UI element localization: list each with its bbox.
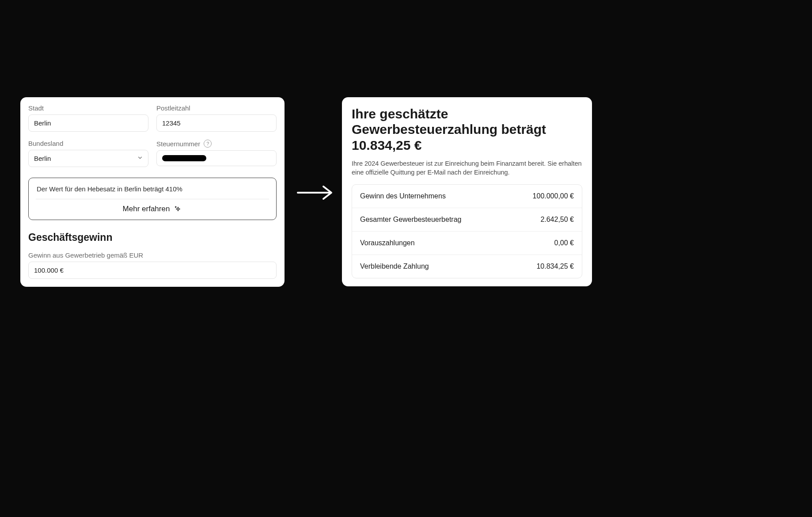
city-input[interactable] <box>28 114 148 132</box>
result-description: Ihre 2024 Gewerbesteuer ist zur Einreich… <box>352 159 582 177</box>
summary-value: 2.642,50 € <box>540 216 574 224</box>
postal-input[interactable] <box>156 114 277 132</box>
profit-input[interactable] <box>28 262 277 279</box>
result-title: Ihre geschätzte Gewerbesteuerzahlung bet… <box>352 106 582 153</box>
tax-result-card: Ihre geschätzte Gewerbesteuerzahlung bet… <box>342 97 592 286</box>
hebesatz-info-text: Der Wert für den Hebesatz in Berlin betr… <box>37 185 268 199</box>
taxnum-field: Steuernummer ? <box>156 140 277 167</box>
taxnum-input[interactable] <box>156 150 277 166</box>
summary-value: 10.834,25 € <box>536 262 574 270</box>
city-field: Stadt <box>28 104 148 132</box>
tax-form-card: Stadt Postleitzahl Bundesland Berlin Ste… <box>20 97 285 287</box>
divider <box>36 199 269 199</box>
summary-row: Gewinn des Unternehmens 100.000,00 € <box>352 185 582 208</box>
learn-more-button[interactable]: Mehr erfahren <box>37 204 268 213</box>
summary-row: Gesamter Gewerbesteuerbetrag 2.642,50 € <box>352 208 582 231</box>
summary-row: Verbleibende Zahlung 10.834,25 € <box>352 255 582 278</box>
hebesatz-info-box: Der Wert für den Hebesatz in Berlin betr… <box>28 178 277 220</box>
summary-label: Verbleibende Zahlung <box>360 262 429 270</box>
city-label: Stadt <box>28 104 148 112</box>
sparkle-icon <box>174 205 182 213</box>
state-field: Bundesland Berlin <box>28 140 148 167</box>
summary-value: 100.000,00 € <box>533 192 574 200</box>
summary-value: 0,00 € <box>554 239 574 247</box>
taxnum-label-text: Steuernummer <box>156 140 200 148</box>
profit-section-title: Geschäftsgewinn <box>28 232 277 243</box>
taxnum-label: Steuernummer ? <box>156 140 277 148</box>
summary-table: Gewinn des Unternehmens 100.000,00 € Ges… <box>352 184 582 278</box>
postal-label: Postleitzahl <box>156 104 277 112</box>
summary-label: Gesamter Gewerbesteuerbetrag <box>360 216 461 224</box>
redacted-value <box>162 155 206 161</box>
profit-label: Gewinn aus Gewerbetrieb gemäß EUR <box>28 251 277 259</box>
postal-field: Postleitzahl <box>156 104 277 132</box>
arrow-right-icon <box>296 184 334 203</box>
summary-row: Vorauszahlungen 0,00 € <box>352 231 582 255</box>
state-select[interactable]: Berlin <box>28 150 148 167</box>
summary-label: Vorauszahlungen <box>360 239 415 247</box>
learn-more-label: Mehr erfahren <box>123 205 170 213</box>
state-label: Bundesland <box>28 140 148 147</box>
help-icon[interactable]: ? <box>204 140 212 148</box>
summary-label: Gewinn des Unternehmens <box>360 192 446 200</box>
